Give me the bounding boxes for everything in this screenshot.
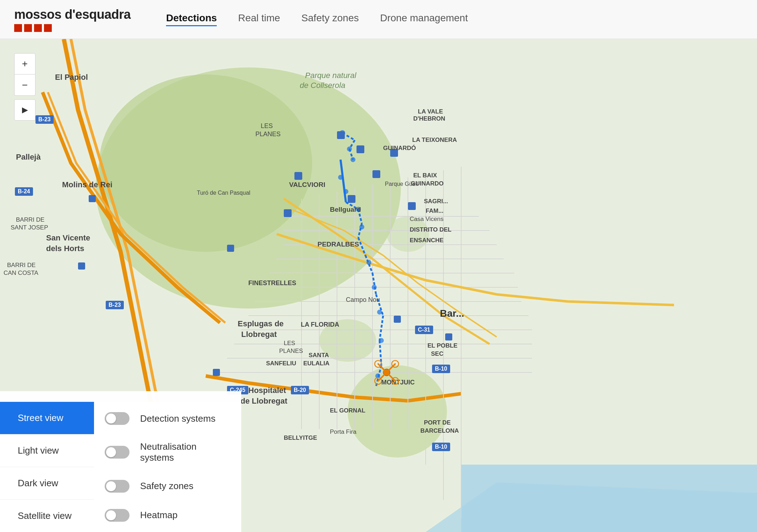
drone-marker <box>372 358 401 392</box>
svg-rect-68 <box>445 333 452 340</box>
detection-toggle-track <box>105 412 129 425</box>
svg-point-2 <box>99 74 312 252</box>
svg-line-71 <box>378 364 387 372</box>
map-controls: + − ▶ <box>14 53 35 121</box>
detection-systems-label: Detection systems <box>140 413 215 424</box>
svg-point-52 <box>372 285 377 290</box>
svg-rect-66 <box>227 245 234 252</box>
road-b10-2: B-10 <box>432 443 450 451</box>
road-c31: C-31 <box>415 326 433 334</box>
svg-rect-61 <box>348 195 355 203</box>
svg-point-51 <box>366 260 371 265</box>
svg-point-46 <box>350 157 355 162</box>
heatmap-toggle-track <box>105 509 129 522</box>
neutralisation-toggle-track <box>105 446 129 459</box>
neutralisation-toggle-thumb <box>106 447 116 457</box>
svg-rect-64 <box>89 195 96 202</box>
street-view-button[interactable]: Street view <box>0 402 94 434</box>
neutralisation-systems-row: Neutralisation systems <box>105 441 231 463</box>
svg-rect-59 <box>357 145 364 153</box>
light-view-button[interactable]: Light view <box>0 434 94 467</box>
svg-rect-67 <box>394 316 401 323</box>
safety-zones-toggle[interactable] <box>105 480 129 493</box>
detection-toggle-thumb <box>106 414 116 423</box>
road-b23-2: B-23 <box>106 301 124 309</box>
svg-rect-60 <box>372 170 380 178</box>
neutralisation-label: Neutralisation systems <box>140 441 231 463</box>
road-b20: B-20 <box>291 386 309 394</box>
safety-zones-row: Safety zones <box>105 480 231 493</box>
heatmap-label: Heatmap <box>140 510 178 521</box>
detection-systems-row: Detection systems <box>105 412 231 425</box>
road-b24: B-24 <box>15 187 33 196</box>
nav-safetyzones[interactable]: Safety zones <box>302 12 359 26</box>
heatmap-row: Heatmap <box>105 509 231 522</box>
map-container[interactable]: El Papiol Parque natural de Collserola P… <box>0 39 757 532</box>
svg-rect-63 <box>408 202 416 210</box>
svg-rect-56 <box>337 131 345 139</box>
svg-point-49 <box>356 207 361 212</box>
safety-zones-toggle-thumb <box>106 481 116 491</box>
svg-line-72 <box>387 364 395 372</box>
logo-title: mossos d'esquadra <box>14 7 131 22</box>
header: mossos d'esquadra Detections Real time S… <box>0 0 757 39</box>
svg-point-47 <box>338 175 343 180</box>
safety-zones-label: Safety zones <box>140 481 193 492</box>
svg-line-73 <box>378 372 387 381</box>
road-b23-1: B-23 <box>35 115 54 124</box>
svg-point-48 <box>343 189 348 194</box>
nav-detections[interactable]: Detections <box>166 12 217 26</box>
safety-zones-toggle-track <box>105 480 129 493</box>
svg-rect-57 <box>294 172 302 180</box>
dark-view-button[interactable]: Dark view <box>0 467 94 499</box>
zoom-out-button[interactable]: − <box>14 74 35 96</box>
main-nav: Detections Real time Safety zones Drone … <box>166 12 468 26</box>
detection-systems-toggle[interactable] <box>105 412 129 425</box>
svg-rect-58 <box>284 209 292 217</box>
view-buttons: Street view Light view Dark view Satelli… <box>0 402 94 532</box>
svg-point-53 <box>377 310 382 315</box>
road-b10-1: B-10 <box>432 365 450 373</box>
overlay-panel: Street view Light view Dark view Satelli… <box>0 391 241 532</box>
toggle-panel: Detection systems Neutralisation systems <box>94 402 241 532</box>
svg-point-54 <box>379 338 384 343</box>
heatmap-toggle-thumb <box>106 510 116 520</box>
logo-sq-1 <box>14 24 22 32</box>
nav-dronemanagement[interactable]: Drone management <box>380 12 468 26</box>
logo-sq-2 <box>24 24 32 32</box>
neutralisation-toggle[interactable] <box>105 446 129 459</box>
expand-button[interactable]: ▶ <box>14 99 35 121</box>
svg-point-4 <box>319 319 376 362</box>
heatmap-toggle[interactable] <box>105 509 129 522</box>
svg-rect-62 <box>390 149 398 157</box>
svg-rect-65 <box>78 262 85 270</box>
svg-point-45 <box>347 146 352 151</box>
satellite-view-button[interactable]: Satellite view <box>0 499 94 532</box>
svg-line-74 <box>387 372 395 381</box>
nav-realtime[interactable]: Real time <box>238 12 280 26</box>
logo-sq-4 <box>44 24 52 32</box>
svg-rect-69 <box>213 369 220 376</box>
logo-area: mossos d'esquadra <box>14 7 131 32</box>
zoom-in-button[interactable]: + <box>14 53 35 74</box>
logo-squares <box>14 24 131 32</box>
logo-sq-3 <box>34 24 42 32</box>
svg-point-50 <box>359 225 364 229</box>
